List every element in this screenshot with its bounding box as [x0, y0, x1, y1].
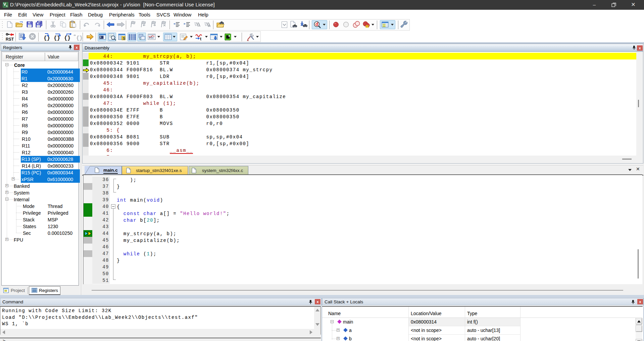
svg-text:{}: {} — [76, 35, 82, 41]
svg-text:t: t — [200, 37, 201, 41]
svg-text:{}: {} — [54, 35, 60, 41]
svg-text:RST: RST — [6, 37, 14, 41]
svg-text:{}: {} — [44, 35, 50, 41]
svg-text:d: d — [315, 22, 318, 27]
svg-text:{}: {} — [64, 35, 70, 41]
svg-text:S: S — [123, 36, 125, 40]
